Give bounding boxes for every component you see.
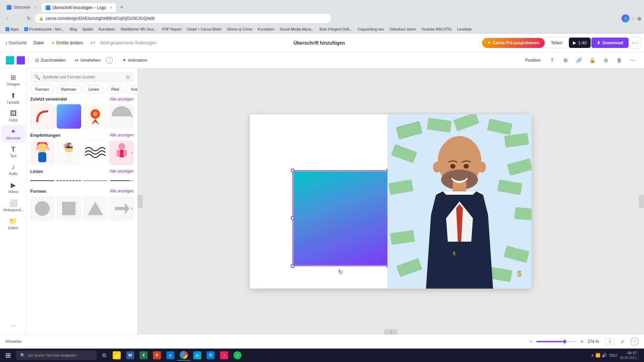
sidebar-item-uploads[interactable]: ⬆ Uploads bbox=[1, 89, 25, 107]
grid-icon-btn[interactable]: ⊞ bbox=[559, 54, 572, 66]
rotation-handle[interactable]: ↻ bbox=[338, 268, 343, 276]
recent-more-arrow[interactable]: › bbox=[131, 114, 132, 119]
sidebar-item-audio[interactable]: ♪ Audio bbox=[1, 161, 25, 178]
resize-button[interactable]: ★ Größe ändern bbox=[48, 38, 87, 47]
line-dashed[interactable] bbox=[57, 180, 80, 181]
pill-rahmen[interactable]: Rahmen bbox=[56, 85, 81, 94]
sidebar-item-text[interactable]: T Text bbox=[1, 143, 25, 160]
download-button[interactable]: ⬇ Download bbox=[591, 38, 629, 48]
shape-square[interactable] bbox=[57, 196, 81, 221]
bookmark-copywriting[interactable]: Copywriting neu bbox=[355, 26, 387, 32]
man-image-element[interactable]: $ bbox=[387, 114, 532, 289]
color-swatch-teal[interactable] bbox=[5, 56, 15, 65]
bookmark-produktsuche[interactable]: Produktsuche - Mer... bbox=[21, 26, 67, 32]
tray-icon-1[interactable]: ∧ bbox=[591, 353, 594, 358]
zoom-out-button[interactable]: − bbox=[529, 339, 532, 345]
recent-item-2[interactable] bbox=[57, 104, 81, 129]
rec-item-4[interactable]: › bbox=[109, 140, 134, 165]
profile-icon[interactable]: I bbox=[622, 14, 630, 22]
bookmark-cload[interactable]: Cload + Canva Bilder bbox=[184, 26, 224, 32]
collapse-right-button[interactable]: › bbox=[639, 195, 644, 208]
taskbar-app-music2[interactable]: ♫ bbox=[231, 350, 244, 361]
bookmark-dinner[interactable]: Dinner & Crime bbox=[224, 26, 255, 32]
task-view-button[interactable]: ⧉ bbox=[98, 350, 110, 361]
new-tab-button[interactable]: + bbox=[117, 3, 126, 12]
handle-bl[interactable] bbox=[291, 264, 294, 268]
collapse-left-button[interactable]: ‹ bbox=[138, 195, 143, 208]
share-button[interactable]: Teilen bbox=[545, 37, 568, 48]
shape-arrow[interactable]: › bbox=[109, 196, 134, 221]
recent-item-3[interactable] bbox=[83, 104, 108, 129]
rec-item-3[interactable] bbox=[83, 140, 108, 165]
selected-element-gradient-rect[interactable]: ↻ bbox=[293, 171, 387, 265]
sidebar-item-vorlagen[interactable]: ⊞ Vorlagen bbox=[1, 71, 25, 88]
taskbar-app-music1[interactable]: ♪ bbox=[217, 350, 231, 361]
undo-button[interactable]: ↩ bbox=[88, 38, 98, 48]
bookmark-spaeter[interactable]: Später bbox=[80, 26, 96, 32]
recommendations-see-all[interactable]: Alle anzeigen bbox=[110, 133, 134, 137]
copy-icon-btn[interactable]: ⧉ bbox=[600, 54, 612, 66]
bookmark-videokurs[interactable]: Videokurs Ideen bbox=[387, 26, 419, 32]
sidebar-item-elemente[interactable]: ✦ Elemente bbox=[1, 125, 25, 142]
sidebar-item-ordner[interactable]: 📁 Ordner bbox=[1, 215, 25, 232]
home-button[interactable]: ‹ Startseite bbox=[3, 38, 30, 48]
bookmark-youtube[interactable]: Youtube WICHTIG bbox=[419, 26, 454, 32]
flip-button[interactable]: ⇔ Umdrehen bbox=[71, 56, 105, 65]
crop-button[interactable]: ⊡ Zuschneiden bbox=[31, 56, 69, 65]
text-style-icon-btn[interactable]: T bbox=[546, 54, 558, 66]
bookmark-social[interactable]: Social Media Mana... bbox=[277, 26, 317, 32]
sidebar-item-hintergrund[interactable]: ⬜ Hintergrund... bbox=[1, 197, 25, 214]
recent-item-4[interactable]: › bbox=[109, 104, 134, 129]
tray-sound-icon[interactable]: 🔊 bbox=[602, 353, 607, 358]
taskbar-app-word[interactable]: W bbox=[123, 350, 137, 361]
color-swatch-purple[interactable] bbox=[16, 56, 25, 65]
forward-button[interactable]: › bbox=[13, 14, 23, 23]
taskbar-app-outlook[interactable]: O bbox=[204, 350, 217, 361]
rec-item-2[interactable] bbox=[57, 140, 81, 165]
handle-tl[interactable] bbox=[291, 169, 294, 172]
shape-circle[interactable] bbox=[30, 196, 55, 221]
lines-see-all[interactable]: Alle anzeigen bbox=[110, 169, 134, 174]
bookmark-blog[interactable]: Blog bbox=[67, 26, 80, 32]
taskbar-app-edge[interactable]: e bbox=[164, 350, 177, 361]
collapse-bottom-button[interactable]: ∧ bbox=[384, 329, 397, 335]
pill-linien[interactable]: Linien bbox=[84, 85, 104, 94]
line-dotted[interactable] bbox=[84, 180, 107, 181]
rec-more-arrow[interactable]: › bbox=[131, 150, 132, 155]
bookmark-bois[interactable]: Bois d'Argent Duft... bbox=[317, 26, 355, 32]
more-options-button[interactable]: ··· bbox=[629, 37, 641, 49]
pill-more[interactable]: Kre› bbox=[126, 85, 137, 94]
taskbar-search[interactable]: 🔍 Zur Suche Text hier eingeben bbox=[16, 351, 97, 360]
search-input[interactable] bbox=[43, 75, 123, 79]
page-num-badge[interactable]: 1 bbox=[605, 338, 614, 345]
zoom-in-button[interactable]: + bbox=[581, 339, 584, 345]
tray-network-icon[interactable]: 📶 bbox=[595, 353, 600, 358]
delete-icon-btn[interactable]: 🗑 bbox=[613, 54, 625, 66]
link-icon-btn[interactable]: 🔗 bbox=[573, 54, 585, 66]
taskbar-app-edge2[interactable]: e bbox=[191, 350, 204, 361]
bookmark-star[interactable]: ☆ bbox=[631, 15, 636, 22]
sidebar-item-videos[interactable]: ▶ Videos bbox=[1, 179, 25, 196]
bookmark-kursideen2[interactable]: Kursideen bbox=[255, 26, 277, 32]
taskbar-app-ppt[interactable]: P bbox=[150, 350, 164, 361]
sidebar-item-fotos[interactable]: 🖼 Fotos bbox=[1, 107, 25, 124]
zoom-slider-thumb[interactable] bbox=[562, 339, 567, 344]
url-bar[interactable]: 🔒 canva.com/design/DAEdomzqjl/drBfjHdCoj… bbox=[35, 14, 331, 23]
rec-item-1[interactable] bbox=[30, 140, 55, 165]
zoom-slider-track[interactable] bbox=[536, 341, 577, 342]
help-button[interactable]: ? bbox=[631, 338, 639, 346]
position-button[interactable]: Position bbox=[521, 56, 545, 65]
shapes-see-all[interactable]: Alle anzeigen bbox=[110, 189, 134, 193]
info-button[interactable]: i bbox=[106, 57, 113, 64]
lock-icon-btn[interactable]: 🔒 bbox=[586, 54, 598, 66]
more-icon-btn[interactable]: ··· bbox=[627, 54, 639, 66]
animation-button[interactable]: ✦ Animation bbox=[118, 56, 151, 65]
extensions-button[interactable]: ⊕ bbox=[637, 15, 641, 22]
taskbar-app-excel[interactable]: X bbox=[137, 350, 150, 361]
show-desktop-button[interactable] bbox=[638, 350, 640, 361]
line-arrow[interactable]: → bbox=[110, 178, 134, 183]
bookmark-wahlfaecher[interactable]: Wahlfächer WU Aus... bbox=[118, 26, 159, 32]
tab-inactive[interactable]: Startseite ✕ bbox=[3, 3, 41, 12]
shape-triangle[interactable] bbox=[83, 196, 108, 221]
taskbar-app-chrome[interactable] bbox=[177, 350, 191, 361]
